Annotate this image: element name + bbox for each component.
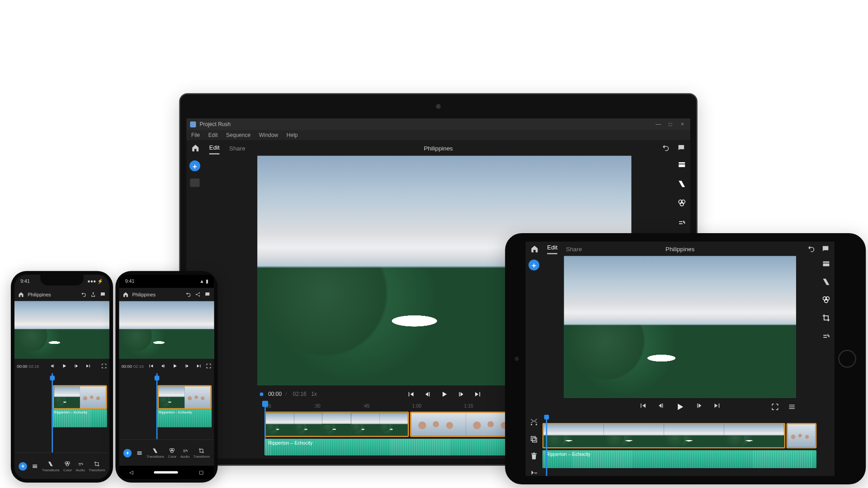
playhead[interactable] bbox=[546, 416, 547, 476]
fullscreen-icon[interactable] bbox=[101, 363, 107, 369]
step-back-button[interactable] bbox=[656, 401, 665, 412]
go-end-button[interactable] bbox=[474, 390, 482, 399]
add-media-button[interactable]: + bbox=[19, 462, 27, 470]
home-icon[interactable] bbox=[123, 291, 128, 297]
video-clip[interactable] bbox=[53, 385, 107, 409]
video-preview[interactable] bbox=[564, 256, 796, 398]
tool-audio[interactable]: Audio bbox=[75, 460, 85, 471]
undo-icon[interactable] bbox=[807, 244, 816, 253]
tab-edit[interactable]: Edit bbox=[209, 141, 220, 154]
go-start-button[interactable] bbox=[638, 401, 647, 412]
timeline[interactable]: Ripperton – Echocity bbox=[119, 373, 214, 439]
project-panel-button[interactable] bbox=[190, 178, 199, 187]
transitions-panel-icon[interactable] bbox=[678, 180, 686, 188]
play-button[interactable] bbox=[675, 401, 685, 412]
step-forward-button[interactable] bbox=[184, 363, 189, 369]
go-end-button[interactable] bbox=[85, 363, 91, 369]
timeline[interactable]: Ripperton – Echocity bbox=[542, 416, 835, 476]
step-back-button[interactable] bbox=[49, 363, 55, 369]
video-clip-2[interactable] bbox=[787, 423, 817, 448]
comments-icon[interactable] bbox=[204, 291, 210, 297]
playhead[interactable] bbox=[52, 373, 53, 453]
video-preview[interactable] bbox=[119, 301, 214, 359]
tool-transform[interactable]: Transform bbox=[89, 460, 105, 471]
comments-icon[interactable] bbox=[821, 244, 830, 253]
window-maximize-button[interactable]: □ bbox=[666, 122, 675, 127]
audio-panel-icon[interactable] bbox=[678, 218, 686, 227]
tracks-expand-icon[interactable] bbox=[530, 469, 538, 477]
app-logo-icon bbox=[190, 122, 196, 127]
step-back-button[interactable] bbox=[160, 363, 165, 369]
home-tab-icon[interactable] bbox=[530, 244, 539, 253]
video-clip[interactable] bbox=[157, 385, 212, 409]
menu-help[interactable]: Help bbox=[287, 132, 298, 138]
audio-clip[interactable]: Ripperton – Echocity bbox=[542, 450, 816, 468]
share-icon[interactable] bbox=[195, 291, 201, 297]
home-tab-icon[interactable] bbox=[191, 144, 200, 152]
add-media-button[interactable]: + bbox=[528, 260, 539, 271]
tab-share[interactable]: Share bbox=[566, 245, 582, 252]
go-start-button[interactable] bbox=[406, 390, 415, 399]
tool-transitions[interactable]: Transitions bbox=[42, 460, 60, 471]
play-button[interactable] bbox=[61, 363, 67, 369]
android-home-button[interactable] bbox=[154, 471, 178, 474]
tool-audio[interactable]: Audio bbox=[180, 447, 189, 458]
video-clip-1[interactable] bbox=[264, 412, 409, 437]
duplicate-icon[interactable] bbox=[530, 435, 538, 444]
tracks-toggle-button[interactable] bbox=[32, 463, 38, 469]
tab-edit[interactable]: Edit bbox=[547, 244, 557, 254]
add-media-button[interactable]: + bbox=[189, 160, 200, 171]
play-button[interactable] bbox=[172, 363, 178, 369]
step-forward-button[interactable] bbox=[73, 363, 79, 369]
undo-icon[interactable] bbox=[185, 291, 191, 297]
comments-icon[interactable] bbox=[677, 144, 686, 152]
tab-share[interactable]: Share bbox=[229, 142, 245, 154]
android-recent-button[interactable]: ▢ bbox=[199, 469, 204, 475]
undo-icon[interactable] bbox=[661, 144, 670, 152]
color-panel-icon[interactable] bbox=[678, 199, 686, 207]
home-icon[interactable] bbox=[18, 291, 24, 297]
undo-icon[interactable] bbox=[80, 291, 86, 297]
add-media-button[interactable]: + bbox=[123, 449, 132, 457]
more-icon[interactable] bbox=[788, 403, 796, 411]
go-end-button[interactable] bbox=[713, 401, 722, 412]
go-start-button[interactable] bbox=[148, 363, 154, 369]
step-forward-button[interactable] bbox=[457, 390, 466, 399]
crop-panel-icon[interactable] bbox=[822, 314, 830, 322]
audio-clip[interactable]: Ripperton – Echocity bbox=[52, 409, 107, 427]
android-back-button[interactable]: ◁ bbox=[129, 469, 133, 475]
timeline[interactable]: Ripperton – Echocity bbox=[14, 373, 109, 453]
menu-window[interactable]: Window bbox=[259, 132, 278, 138]
transitions-panel-icon[interactable] bbox=[822, 277, 830, 286]
color-panel-icon[interactable] bbox=[822, 296, 830, 304]
playback-rate[interactable]: 1x bbox=[311, 391, 317, 397]
audio-clip[interactable]: Ripperton – Echocity bbox=[156, 409, 212, 427]
fullscreen-icon[interactable] bbox=[206, 363, 212, 369]
play-button[interactable] bbox=[440, 390, 449, 399]
audio-panel-icon[interactable] bbox=[822, 332, 830, 340]
tool-transitions[interactable]: Transitions bbox=[146, 447, 164, 458]
video-preview[interactable] bbox=[14, 301, 109, 359]
tracks-toggle-button[interactable] bbox=[137, 450, 143, 456]
video-clip-1[interactable] bbox=[542, 423, 785, 448]
window-close-button[interactable]: × bbox=[678, 122, 687, 127]
window-minimize-button[interactable]: — bbox=[654, 122, 663, 127]
go-end-button[interactable] bbox=[196, 363, 202, 369]
menu-sequence[interactable]: Sequence bbox=[226, 132, 250, 138]
tool-transform[interactable]: Transform bbox=[193, 447, 210, 458]
menu-edit[interactable]: Edit bbox=[208, 132, 218, 138]
menu-file[interactable]: File bbox=[191, 132, 200, 138]
delete-icon[interactable] bbox=[530, 452, 538, 460]
tool-color[interactable]: Color bbox=[168, 447, 176, 458]
scissors-icon[interactable] bbox=[530, 418, 538, 427]
tablet-home-button[interactable] bbox=[838, 350, 856, 368]
step-back-button[interactable] bbox=[423, 390, 432, 399]
comments-icon[interactable] bbox=[100, 291, 106, 297]
playhead[interactable] bbox=[156, 373, 158, 439]
titles-panel-icon[interactable] bbox=[678, 160, 686, 169]
export-icon[interactable] bbox=[90, 291, 96, 297]
fullscreen-icon[interactable] bbox=[771, 403, 779, 411]
tool-color[interactable]: Color bbox=[63, 460, 72, 471]
titles-panel-icon[interactable] bbox=[822, 260, 830, 268]
step-forward-button[interactable] bbox=[695, 401, 703, 412]
